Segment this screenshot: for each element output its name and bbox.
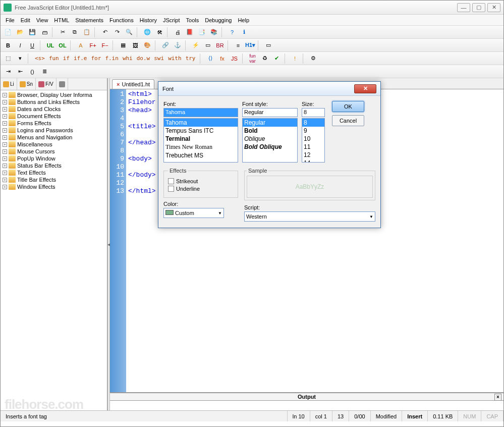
fontcolor-icon[interactable]: A (75, 40, 86, 51)
tree-item[interactable]: +Title Bar Effects (2, 176, 106, 183)
ol-button[interactable]: OL (57, 40, 68, 51)
script1-icon[interactable]: ⟨⟩ (205, 53, 216, 64)
indent-icon[interactable]: ⇥ (3, 66, 14, 77)
menu-jscript[interactable]: JScript (160, 16, 183, 24)
doc-icon[interactable]: 📑 (196, 27, 207, 38)
image-icon[interactable]: 🖼 (130, 40, 141, 51)
ul-button[interactable]: UL (45, 40, 56, 51)
style-option[interactable]: Bold (243, 127, 297, 135)
link-icon[interactable]: 🔗 (160, 40, 171, 51)
check-icon[interactable]: ✔ (271, 53, 283, 64)
expand-icon[interactable]: + (3, 93, 7, 97)
menu-history[interactable]: History (137, 16, 160, 24)
strikeout-checkbox[interactable]: Strikeout (168, 178, 234, 184)
print-icon[interactable]: 🖨 (172, 27, 183, 38)
keyword-whi[interactable]: whi (121, 53, 135, 64)
tree-item[interactable]: +PopUp Window (2, 155, 106, 162)
stack-icon[interactable]: 📚 (208, 27, 219, 38)
dialog-close-button[interactable]: ✕ (354, 84, 376, 93)
tree-item[interactable]: +Logins and Passwords (2, 127, 106, 134)
font-option[interactable]: Terminal (164, 135, 238, 143)
script-select[interactable]: Western ▼ (244, 211, 375, 222)
warn-icon[interactable]: ! (290, 53, 301, 64)
tab-close-icon[interactable]: × (117, 81, 120, 87)
bold-button[interactable]: B (3, 40, 14, 51)
find-icon[interactable]: 🔍 (124, 27, 135, 38)
expand-icon[interactable]: + (3, 121, 7, 126)
tree-item[interactable]: +Mouse Cursors (2, 148, 106, 155)
menu-view[interactable]: View (33, 16, 51, 24)
gear-icon[interactable]: ⚙ (308, 53, 319, 64)
menu-tools[interactable]: Tools (183, 16, 202, 24)
maximize-button[interactable]: ▢ (472, 3, 485, 12)
flash-icon[interactable]: ⚡ (190, 40, 201, 51)
menu-help[interactable]: Help (235, 16, 252, 24)
keyword-s[interactable]: <s> (33, 53, 47, 64)
style-input[interactable]: Regular (242, 108, 298, 117)
expand-icon[interactable]: + (3, 100, 7, 104)
size-option[interactable]: 8 (302, 119, 324, 127)
br-button[interactable]: BR (214, 40, 226, 51)
expand-icon[interactable]: + (3, 164, 7, 168)
tree-item[interactable]: +Buttons and Links Effects (2, 98, 106, 105)
sidebar-tab-li[interactable]: Li (1, 78, 17, 90)
sidebar-tab-db[interactable] (57, 78, 68, 90)
funvar-button[interactable]: funvar (247, 53, 258, 64)
size-option[interactable]: 14 (302, 159, 324, 163)
redo-icon[interactable]: ↷ (111, 27, 123, 38)
expand-icon[interactable]: + (3, 185, 7, 189)
expand-icon[interactable]: + (3, 178, 7, 182)
script3-icon[interactable]: JS (229, 53, 240, 64)
dropdown-icon[interactable]: ▾ (15, 53, 26, 64)
expand-icon[interactable]: + (3, 149, 7, 154)
font-option[interactable]: Tahoma (164, 119, 238, 127)
fontdec-button[interactable]: F− (99, 40, 110, 51)
expand-icon[interactable]: + (3, 135, 7, 140)
menu-functions[interactable]: Functions (106, 16, 137, 24)
outdent-icon[interactable]: ⇤ (15, 66, 26, 77)
tree-item[interactable]: +Status Bar Effects (2, 162, 106, 169)
keyword-for[interactable]: for (89, 53, 103, 64)
menu-file[interactable]: File (3, 16, 18, 24)
new-icon[interactable]: 📄 (3, 27, 14, 38)
help-icon[interactable]: ? (227, 27, 238, 38)
form-icon[interactable]: ▭ (263, 40, 274, 51)
tree-item[interactable]: +Text Effects (2, 169, 106, 176)
keyword-fun[interactable]: fun (47, 53, 61, 64)
table-icon[interactable]: ▦ (118, 40, 129, 51)
align-icon[interactable]: ≡ (233, 40, 244, 51)
expand-icon[interactable]: + (3, 114, 7, 119)
style-list[interactable]: RegularBoldObliqueBold Oblique (242, 118, 298, 163)
underline-checkbox[interactable]: Underline (168, 186, 234, 192)
expand-icon[interactable]: + (3, 107, 7, 112)
keyword-if[interactable]: if (61, 53, 72, 64)
menu-debugging[interactable]: Debugging (202, 16, 235, 24)
frame-icon[interactable]: ▭ (202, 40, 213, 51)
size-input[interactable]: 8 (302, 108, 325, 117)
tree-item[interactable]: +Miscellaneous (2, 141, 106, 148)
size-option[interactable]: 12 (302, 151, 324, 159)
style-option[interactable]: Regular (243, 119, 297, 127)
tree-item[interactable]: +Forms Effects (2, 120, 106, 127)
size-option[interactable]: 11 (302, 143, 324, 151)
tree-item[interactable]: +Browser, Display User Informa (2, 91, 106, 98)
expand-icon[interactable]: + (3, 128, 7, 133)
size-option[interactable]: 9 (302, 127, 324, 135)
color-select[interactable]: Custom ▼ (163, 208, 224, 218)
size-list[interactable]: 891011121416 (302, 118, 325, 163)
web-icon[interactable]: 🌐 (142, 27, 153, 38)
italic-button[interactable]: I (15, 40, 26, 51)
heading-button[interactable]: H1▾ (245, 40, 256, 51)
tree-item[interactable]: +Dates and Clocks (2, 105, 106, 113)
expand-icon[interactable]: + (3, 171, 7, 175)
tree[interactable]: +Browser, Display User Informa+Buttons a… (1, 90, 107, 410)
keyword-try[interactable]: try (184, 53, 198, 64)
font-input[interactable]: Tahoma (163, 108, 238, 117)
style-option[interactable]: Bold Oblique (243, 143, 297, 151)
tag-icon[interactable]: ⬚ (3, 53, 14, 64)
fontinc-button[interactable]: F+ (87, 40, 98, 51)
close-button[interactable]: ✕ (487, 3, 500, 12)
script2-icon[interactable]: fx (217, 53, 228, 64)
tree-item[interactable]: +Menus and Navigation (2, 134, 106, 141)
sidebar-tab-fv[interactable]: F/V (36, 78, 57, 90)
